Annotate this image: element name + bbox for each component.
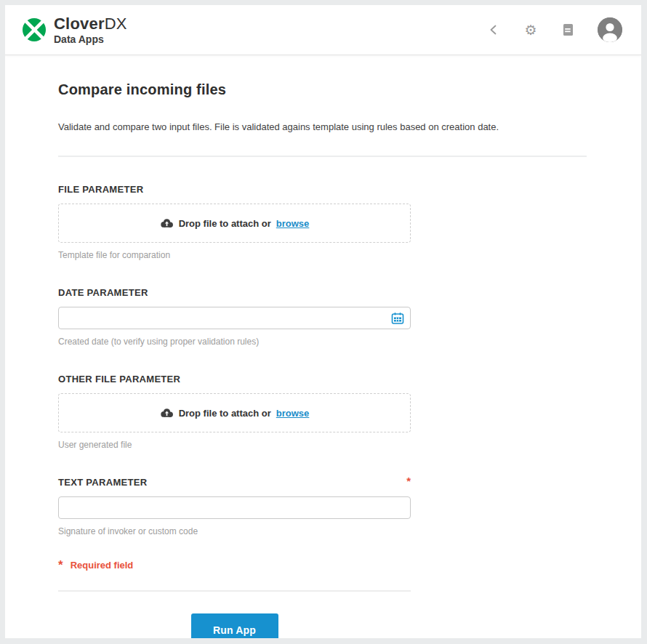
- date-parameter-helper: Created date (to verify using proper val…: [58, 337, 411, 347]
- cloud-upload-icon: [160, 218, 174, 228]
- run-button-row: Run App: [58, 613, 411, 638]
- file-parameter-helper: Template file for comparation: [58, 250, 411, 260]
- logo-text: CloverDX Data Apps: [54, 15, 127, 45]
- calendar-icon[interactable]: [390, 311, 405, 326]
- header-divider: [58, 156, 587, 157]
- journal-icon[interactable]: [560, 23, 575, 37]
- other-file-parameter-label-row: OTHER FILE PARAMETER: [58, 374, 411, 385]
- main-content: Compare incoming files Validate and comp…: [5, 55, 641, 638]
- text-parameter-label-row: TEXT PARAMETER *: [58, 477, 411, 488]
- cloud-upload-icon: [160, 408, 174, 418]
- text-parameter-input[interactable]: [58, 496, 411, 519]
- app-window: CloverDX Data Apps ⚙: [5, 5, 641, 638]
- app-header: CloverDX Data Apps ⚙: [5, 5, 641, 55]
- date-input-wrapper: [58, 307, 411, 329]
- date-parameter-label: DATE PARAMETER: [58, 287, 148, 298]
- date-parameter-label-row: DATE PARAMETER: [58, 287, 411, 298]
- text-parameter-label: TEXT PARAMETER: [58, 477, 147, 488]
- file-parameter-label-row: FILE PARAMETER: [58, 184, 411, 195]
- page-description: Validate and compare two input files. Fi…: [58, 121, 641, 132]
- other-file-parameter-helper: User generated file: [58, 440, 411, 450]
- required-field-note: * Required field: [58, 560, 411, 571]
- file-parameter-label: FILE PARAMETER: [58, 184, 143, 195]
- clover-icon: [21, 17, 47, 43]
- browse-link[interactable]: browse: [276, 218, 310, 229]
- gear-icon[interactable]: ⚙: [523, 23, 538, 37]
- run-app-button[interactable]: Run App: [191, 613, 278, 638]
- user-avatar[interactable]: [598, 17, 622, 42]
- other-file-parameter-dropzone[interactable]: Drop file to attach or browse: [58, 393, 411, 432]
- required-note-label: Required field: [71, 560, 134, 571]
- app-form: FILE PARAMETER Drop file to attach or br…: [58, 184, 411, 638]
- required-asterisk: *: [406, 477, 411, 486]
- browse-link[interactable]: browse: [276, 408, 310, 419]
- brand-name: CloverDX: [54, 15, 127, 32]
- dropzone-text: Drop file to attach or: [179, 408, 271, 419]
- other-file-parameter-label: OTHER FILE PARAMETER: [58, 374, 180, 385]
- required-asterisk: *: [58, 560, 63, 571]
- back-chevron-icon[interactable]: [486, 23, 501, 37]
- cloverdx-logo: CloverDX Data Apps: [21, 15, 127, 45]
- header-actions: ⚙: [486, 17, 622, 42]
- dropzone-text: Drop file to attach or: [179, 218, 271, 229]
- date-parameter-input[interactable]: [58, 307, 411, 329]
- text-parameter-helper: Signature of invoker or custom code: [58, 526, 411, 536]
- file-parameter-dropzone[interactable]: Drop file to attach or browse: [58, 204, 411, 243]
- brand-subtitle: Data Apps: [54, 34, 127, 45]
- page-title: Compare incoming files: [58, 81, 641, 98]
- form-divider: [58, 590, 411, 592]
